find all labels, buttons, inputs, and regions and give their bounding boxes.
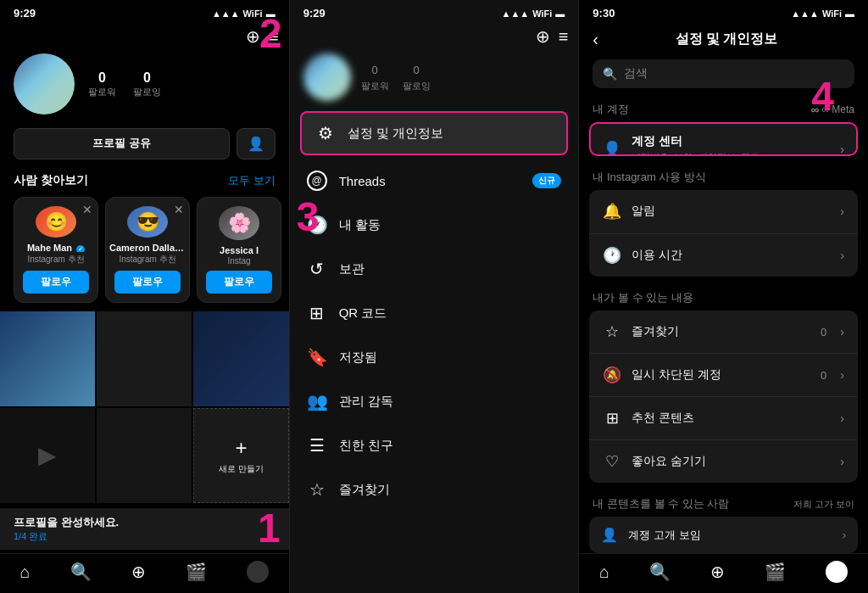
menu-icon-2[interactable]: ≡ <box>559 27 569 47</box>
qr-icon: ⊞ <box>307 303 327 323</box>
add-person-button[interactable]: 👤 <box>236 128 275 159</box>
visible-content-rows: ☆ 즐겨찾기 0 › 🔕 일시 차단된 계정 0 › ⊞ 추천 콘텐츠 › ♡ … <box>589 310 858 483</box>
muted-row[interactable]: 🔕 일시 차단된 계정 0 › <box>589 354 858 397</box>
menu-profile-area: 0팔로워 0팔로잉 <box>290 53 579 108</box>
follow-button-2[interactable]: 팔로우 <box>206 271 272 294</box>
favorites-row[interactable]: ☆ 즐겨찾기 0 › <box>589 310 858 354</box>
back-button[interactable]: ‹ <box>593 30 598 49</box>
menu-item-supervision[interactable]: 👥 관리 감독 <box>290 379 579 423</box>
account-center-content: 계정 센터 비밀번호, 보안, 개인정보, 광고 <box>632 134 830 156</box>
profile-header: ⊕ ≡ <box>0 23 289 53</box>
account-visible-chevron: › <box>843 529 846 541</box>
add-nav[interactable]: ⊕ <box>131 562 146 582</box>
step-number-3: 3 <box>297 197 320 238</box>
menu-item-close-friends[interactable]: ☰ 친한 친구 <box>290 423 579 467</box>
time-1: 9:29 <box>14 7 36 20</box>
menu-item-threads[interactable]: @ Threads 신규 <box>290 159 579 203</box>
thumb-1[interactable] <box>97 311 192 406</box>
signal-icon-2: ▲▲▲ <box>502 8 530 19</box>
stat-following: 0 팔로잉 <box>133 70 161 98</box>
signal-icon-3: ▲▲▲ <box>791 8 819 19</box>
account-visible-icon: 👤 <box>601 527 618 543</box>
thumb-0[interactable] <box>0 311 95 406</box>
threads-label: Threads <box>339 174 521 188</box>
profile-stats: 0 팔로워 0 팔로잉 <box>88 70 161 98</box>
recommended-row[interactable]: ⊞ 추천 콘텐츠 › <box>589 397 858 440</box>
search-nav[interactable]: 🔍 <box>70 562 92 582</box>
thumb-2[interactable] <box>193 311 288 406</box>
user-name-1: Cameron Dallas ✓ <box>109 243 186 251</box>
saved-label: 저장됨 <box>339 350 562 366</box>
follow-button-0[interactable]: 팔로우 <box>23 271 89 294</box>
step-number-4: 4 <box>811 76 834 117</box>
new-create-btn[interactable]: + 새로 만들기 <box>193 408 288 503</box>
hide-likes-icon: ♡ <box>603 452 621 471</box>
account-center-row[interactable]: 👤 계정 센터 비밀번호, 보안, 개인정보, 광고 › <box>591 124 856 156</box>
account-center-chevron: › <box>840 143 844 156</box>
hide-likes-chevron: › <box>840 455 844 468</box>
menu-item-settings[interactable]: ⚙ 설정 및 개인정보 <box>300 111 569 155</box>
muted-icon: 🔕 <box>603 366 621 384</box>
hide-likes-row[interactable]: ♡ 좋아요 숨기기 › <box>589 440 858 483</box>
see-all-link[interactable]: 모두 보기 <box>228 173 275 188</box>
threads-icon: @ <box>307 171 327 191</box>
account-center-card: 👤 계정 센터 비밀번호, 보안, 개인정보, 광고 › Meta 테크놀로지에… <box>589 122 858 156</box>
notification-row[interactable]: 🔔 알림 › <box>589 190 858 233</box>
menu-item-activity[interactable]: 🕐 내 활동 <box>290 203 579 247</box>
supervision-icon: 👥 <box>307 391 327 411</box>
my-content-section: 내 콘텐츠를 볼 수 있는 사람 저희 고가 보이 <box>579 493 868 517</box>
profile-complete-title: 프로필을 완성하세요. <box>14 515 275 530</box>
user-avatar-0: 😊 <box>36 206 76 238</box>
notification-chevron: › <box>840 204 844 218</box>
followers-count: 0 <box>98 70 106 86</box>
profile-nav[interactable] <box>247 561 269 583</box>
time-3: 9:30 <box>593 7 615 20</box>
thumb-3[interactable]: ▶ <box>0 408 95 503</box>
close-user-1[interactable]: ✕ <box>174 203 184 216</box>
hide-likes-label: 좋아요 숨기기 <box>632 454 830 469</box>
profile-nav-3[interactable] <box>826 561 848 583</box>
instagram-usage-section: 내 Instagram 사용 방식 <box>579 166 868 190</box>
menu-item-qr[interactable]: ⊞ QR 코드 <box>290 291 579 335</box>
supervision-label: 관리 감독 <box>339 394 562 410</box>
menu-item-favorites[interactable]: ☆ 즐겨찾기 <box>290 467 579 512</box>
follow-button-1[interactable]: 팔로우 <box>114 271 181 294</box>
profile-info: 0 팔로워 0 팔로잉 <box>0 53 289 121</box>
suggested-users: ✕ 😊 Mahe Man ✓ Instagram 추천 팔로우 ✕ 😎 Came… <box>0 193 289 310</box>
menu-list: ⚙ 설정 및 개인정보 @ Threads 신규 🕐 내 활동 ↺ 보관 ⊞ Q… <box>290 108 579 593</box>
add-icon-2[interactable]: ⊕ <box>536 26 550 47</box>
profile-actions: 프로필 공유 👤 <box>0 121 289 166</box>
reels-nav[interactable]: 🎬 <box>186 562 207 582</box>
search-nav-3[interactable]: 🔍 <box>649 562 670 582</box>
status-bar-2: 9:29 ▲▲▲ WiFi ▬ <box>290 0 579 23</box>
user-sub-0: Instagram 추천 <box>27 254 84 266</box>
threads-badge: 신규 <box>532 173 561 188</box>
add-icon[interactable]: ⊕ <box>246 26 260 47</box>
user-sub-2: Instag <box>227 256 250 266</box>
account-center-icon: 👤 <box>603 140 621 157</box>
home-nav-3[interactable]: ⌂ <box>599 562 609 582</box>
menu-item-saved[interactable]: 🔖 저장됨 <box>290 335 579 379</box>
panel-settings: 9:30 ▲▲▲ WiFi ▬ ‹ 설정 및 개인정보 🔍 검색 내 계정 ∞ … <box>579 0 868 593</box>
account-visible-row[interactable]: 👤 계쟁 고개 보임 › <box>589 517 858 553</box>
add-nav-3[interactable]: ⊕ <box>710 562 725 582</box>
user-sub-1: Instagram 추천 <box>119 254 175 266</box>
fav-chevron: › <box>840 325 844 338</box>
recommended-label: 추천 콘텐츠 <box>632 411 830 426</box>
favorites-label: 즐겨찾기 <box>339 482 562 498</box>
share-profile-button[interactable]: 프로필 공유 <box>14 128 230 159</box>
new-create-label: 새로 만들기 <box>219 463 264 475</box>
time-2: 9:29 <box>303 7 326 20</box>
user-card-1: ✕ 😎 Cameron Dallas ✓ Instagram 추천 팔로우 <box>105 197 190 303</box>
menu-item-archive[interactable]: ↺ 보관 <box>290 247 579 291</box>
thumb-4[interactable] <box>97 408 192 503</box>
time-row[interactable]: 🕐 이용 시간 › <box>589 233 858 277</box>
close-user-0[interactable]: ✕ <box>82 203 92 216</box>
reels-nav-3[interactable]: 🎬 <box>765 562 786 582</box>
home-nav[interactable]: ⌂ <box>20 562 31 582</box>
profile-complete-banner: 프로필을 완성하세요. 1/4 완료 <box>0 508 289 550</box>
status-bar-1: 9:29 ▲▲▲ WiFi ▬ <box>0 0 289 23</box>
section-discover: 사람 찾아보기 모두 보기 <box>0 166 289 193</box>
favorites-icon: ☆ <box>307 479 327 500</box>
notification-label: 알림 <box>632 204 830 219</box>
